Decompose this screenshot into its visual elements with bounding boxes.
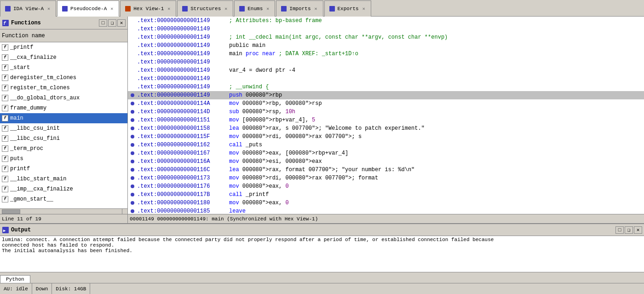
function-item-__do_global_dtors_aux[interactable]: f__do_global_dtors_aux [0, 93, 127, 103]
breakpoint-dot-col[interactable] [128, 110, 137, 114]
structures-tab-close[interactable]: ✕ [223, 6, 229, 12]
svg-rect-5 [281, 6, 287, 12]
ida-view-tab-close[interactable]: ✕ [46, 6, 52, 12]
output-tabs: Python [0, 272, 644, 283]
code-line[interactable]: .text:000000000000116C lea 000080">rax, … [128, 166, 644, 174]
exports-tab-close[interactable]: ✕ [361, 6, 367, 12]
code-line[interactable]: .text:0000000000001149 ; int __cdecl mai… [128, 33, 644, 41]
breakpoint-dot-col[interactable] [128, 143, 137, 147]
code-line[interactable]: .text:000000000000116A mov 000080">esi, … [128, 157, 644, 166]
breakpoint-dot-col[interactable] [128, 135, 137, 138]
code-line[interactable]: .text:000000000000114D sub 000080">rsp, … [128, 108, 644, 116]
code-address: .text:0000000000001176 [137, 183, 229, 190]
enums-tab-close[interactable]: ✕ [264, 6, 271, 12]
functions-title-label: Functions [11, 20, 41, 26]
hex-view-tab-close[interactable]: ✕ [166, 6, 172, 12]
function-item-frame_dummy[interactable]: fframe_dummy [0, 103, 127, 113]
breakpoint-dot-col[interactable] [128, 193, 137, 196]
code-content[interactable]: .text:0000000000001149 ; Attributes: bp-… [128, 17, 644, 214]
breakpoint-dot-col[interactable] [128, 151, 137, 155]
function-item-__imp__cxa_finalize[interactable]: f__imp__cxa_finalize [0, 184, 127, 194]
breakpoint-dot-col[interactable] [128, 201, 137, 205]
code-line[interactable]: .text:0000000000001149 main proc near ; … [128, 50, 644, 58]
code-line[interactable]: .text:0000000000001162 call _puts [128, 141, 644, 149]
close-button[interactable]: ✕ [117, 19, 126, 27]
code-line[interactable]: .text:0000000000001149 [128, 25, 644, 33]
breakpoint-dot-col[interactable] [128, 168, 137, 172]
breakpoint-dot [131, 151, 134, 155]
function-item-puts[interactable]: fputs [0, 154, 127, 164]
code-line[interactable]: .text:0000000000001149 var_4 = dword ptr… [128, 66, 644, 75]
h-scroll-thumb[interactable] [2, 209, 20, 214]
breakpoint-dot [131, 201, 134, 205]
tab-ida-view[interactable]: IDA View-A✕ [0, 0, 56, 17]
function-item-__cxa_finalize[interactable]: f__cxa_finalize [0, 52, 127, 63]
function-item-_gmon_start__[interactable]: f_gmon_start__ [0, 194, 127, 204]
code-address: .text:0000000000001158 [137, 125, 229, 132]
tab-exports[interactable]: Exports✕ [324, 0, 371, 17]
code-text: mov 000080">rbp, 000080">rsp [229, 100, 322, 107]
output-maximize-button[interactable]: ❏ [625, 226, 633, 234]
tab-structures[interactable]: Structures✕ [177, 0, 233, 17]
code-text: push 000080">rbp [229, 92, 282, 98]
code-line[interactable]: .text:0000000000001180 mov 000080">eax, … [128, 199, 644, 207]
output-close-button[interactable]: ✕ [634, 226, 642, 234]
code-line[interactable]: .text:000000000000114A mov 000080">rbp, … [128, 99, 644, 108]
code-line[interactable]: .text:0000000000001149 public main [128, 41, 644, 50]
functions-panel-title: f Functions [2, 19, 41, 27]
breakpoint-dot-col[interactable] [128, 160, 137, 163]
output-minimize-button[interactable]: □ [615, 226, 624, 234]
code-line[interactable]: .text:0000000000001176 mov 000080">eax, … [128, 182, 644, 190]
function-icon: f [2, 54, 8, 61]
code-line[interactable]: .text:0000000000001149 [128, 58, 644, 66]
breakpoint-dot [131, 193, 134, 196]
code-address: .text:0000000000001149 [137, 42, 229, 49]
tab-pseudocode[interactable]: Pseudocode-A✕ [57, 0, 119, 17]
code-line[interactable]: .text:0000000000001149 [128, 75, 644, 83]
function-item-__libc_start_main[interactable]: f__libc_start_main [0, 174, 127, 184]
imports-tab-close[interactable]: ✕ [313, 6, 319, 12]
function-item-_printf[interactable]: f_printf [0, 42, 127, 52]
functions-scrollbar-h[interactable] [0, 208, 127, 214]
code-text: mov [000080">rbp+var_4], 5 [229, 117, 315, 123]
function-item-main[interactable]: fmain [0, 113, 127, 123]
tab-hex-view[interactable]: Hex View-1✕ [120, 0, 176, 17]
breakpoint-dot-col[interactable] [128, 209, 137, 213]
code-line[interactable]: .text:0000000000001149 ; Attributes: bp-… [128, 17, 644, 25]
minimize-button[interactable]: □ [99, 19, 107, 27]
code-line[interactable]: .text:0000000000001149 ; __unwind { [128, 83, 644, 91]
pseudocode-tab-close[interactable]: ✕ [109, 6, 115, 12]
functions-list[interactable]: f_printff__cxa_finalizef_startfderegiste… [0, 42, 127, 208]
breakpoint-dot [131, 160, 134, 163]
function-item-deregister_tm_clones[interactable]: fderegister_tm_clones [0, 73, 127, 83]
function-item-__libc_csu_init[interactable]: f__libc_csu_init [0, 123, 127, 133]
code-line[interactable]: .text:0000000000001167 mov 000080">eax, … [128, 149, 644, 157]
code-line[interactable]: .text:0000000000001158 lea 000080">rax, … [128, 124, 644, 133]
code-line[interactable]: .text:0000000000001185 leave [128, 207, 644, 214]
tab-enums[interactable]: Enums✕ [234, 0, 275, 17]
function-item-_term_proc[interactable]: f_term_proc [0, 144, 127, 154]
function-icon: f [2, 75, 8, 81]
code-line[interactable]: .text:0000000000001151 mov [000080">rbp+… [128, 116, 644, 124]
breakpoint-dot-col[interactable] [128, 176, 137, 180]
breakpoint-dot-col[interactable] [128, 184, 137, 188]
code-line[interactable]: .text:0000000000001173 mov 000080">rdi, … [128, 174, 644, 182]
tab-imports[interactable]: Imports✕ [276, 0, 323, 17]
maximize-button[interactable]: ❏ [108, 19, 116, 27]
function-item-_start[interactable]: f_start [0, 63, 127, 73]
code-text: ; int __cdecl main(int argc, const char … [229, 34, 448, 40]
breakpoint-dot-col[interactable] [128, 127, 137, 130]
code-line[interactable]: .text:0000000000001149 push 000080">rbp [128, 91, 644, 99]
function-icon: f [2, 135, 8, 142]
code-line[interactable]: .text:000000000000115F mov 000080">rdi, … [128, 133, 644, 141]
code-line[interactable]: .text:000000000000117B call _printf [128, 190, 644, 199]
function-item-__libc_csu_fini[interactable]: f__libc_csu_fini [0, 133, 127, 144]
pseudocode-tab-label: Pseudocode-A [70, 6, 107, 12]
breakpoint-dot-col[interactable] [128, 118, 137, 122]
breakpoint-dot-col[interactable] [128, 93, 137, 97]
function-item-printf[interactable]: fprintf [0, 164, 127, 174]
breakpoint-dot-col[interactable] [128, 102, 137, 105]
breakpoint-dot [131, 184, 134, 188]
python-tab[interactable]: Python [0, 275, 30, 283]
function-item-register_tm_clones[interactable]: fregister_tm_clones [0, 83, 127, 93]
